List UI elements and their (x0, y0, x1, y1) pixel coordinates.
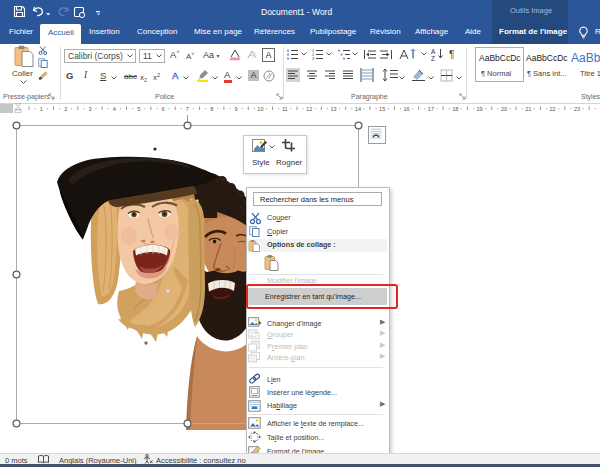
svg-text:22: 22 (549, 106, 555, 112)
svg-text:7: 7 (186, 106, 189, 112)
svg-text:17: 17 (428, 106, 434, 112)
svg-text:18: 18 (452, 106, 458, 112)
svg-text:3: 3 (312, 56, 315, 60)
svg-text:21: 21 (525, 106, 531, 112)
svg-text:20: 20 (501, 106, 507, 112)
svg-text:5: 5 (137, 106, 140, 112)
svg-text:13: 13 (330, 106, 336, 112)
svg-text:23: 23 (574, 106, 580, 112)
svg-text:15: 15 (379, 106, 385, 112)
svg-text:1: 1 (40, 106, 43, 112)
svg-text:6: 6 (162, 106, 165, 112)
svg-text:Z: Z (431, 55, 435, 61)
svg-text:16: 16 (403, 106, 409, 112)
svg-text:8: 8 (210, 106, 213, 112)
svg-text:12: 12 (306, 106, 312, 112)
svg-text:3: 3 (88, 106, 91, 112)
svg-text:2: 2 (64, 106, 67, 112)
svg-text:9: 9 (235, 106, 238, 112)
svg-text:4: 4 (113, 106, 116, 112)
svg-text:11: 11 (282, 106, 288, 112)
svg-text:14: 14 (355, 106, 361, 112)
svg-text:10: 10 (257, 106, 263, 112)
svg-text:19: 19 (476, 106, 482, 112)
